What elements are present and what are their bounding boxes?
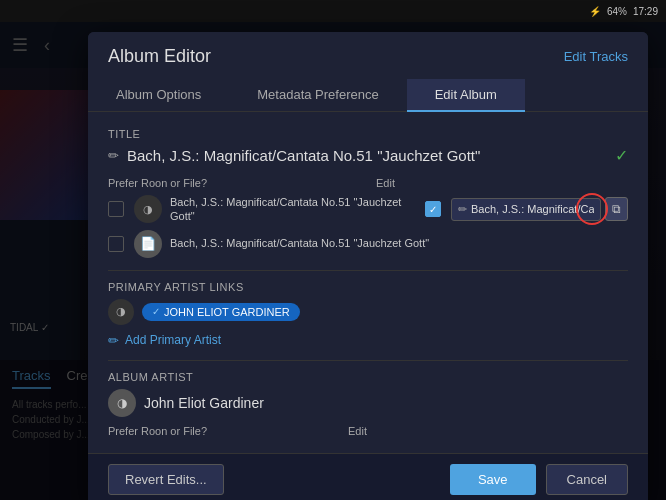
edit-tracks-link[interactable]: Edit Tracks bbox=[564, 49, 628, 64]
album-artist-row: ◑ John Eliot Gardiner bbox=[108, 389, 628, 417]
album-artist-edit-label: Edit bbox=[348, 425, 367, 437]
section-divider-2 bbox=[108, 360, 628, 361]
edit-pencil-icon: ✏ bbox=[458, 203, 467, 216]
tab-edit-album[interactable]: Edit Album bbox=[407, 79, 525, 112]
artist-chip-row: ◑ ✓ JOHN ELIOT GARDINER bbox=[108, 299, 628, 325]
prefer-edit-header: Prefer Roon or File? Edit bbox=[108, 177, 628, 189]
edit-input-wrapper: ✏ Bach, J.S.: Magnificat/Canti bbox=[451, 198, 601, 221]
add-primary-artist-label: Add Primary Artist bbox=[125, 333, 221, 347]
album-artist-name: John Eliot Gardiner bbox=[144, 395, 264, 411]
save-button[interactable]: Save bbox=[450, 464, 536, 495]
roon-checkbox[interactable] bbox=[108, 201, 124, 217]
revert-edits-button[interactable]: Revert Edits... bbox=[108, 464, 224, 495]
album-artist-icon: ◑ bbox=[108, 389, 136, 417]
modal-body: Title ✏ Bach, J.S.: Magnificat/Cantata N… bbox=[88, 112, 648, 453]
edit-checkbox-roon[interactable]: ✓ bbox=[425, 201, 441, 217]
file-icon: 📄 bbox=[134, 230, 162, 258]
bluetooth-icon: ⚡ bbox=[589, 6, 601, 17]
copy-button[interactable]: ⧉ bbox=[605, 197, 628, 221]
prefer-label: Prefer Roon or File? bbox=[108, 177, 368, 189]
primary-artist-label: Primary Artist Links bbox=[108, 281, 628, 293]
battery-text: 64% bbox=[607, 6, 627, 17]
footer-right: Save Cancel bbox=[450, 464, 628, 495]
roon-file-name: Bach, J.S.: Magnificat/Cantata No.51 "Ja… bbox=[170, 195, 417, 224]
time-display: 17:29 bbox=[633, 6, 658, 17]
chip-check-icon: ✓ bbox=[152, 306, 160, 317]
add-primary-artist-row[interactable]: ✏ Add Primary Artist bbox=[108, 333, 628, 348]
file-checkbox[interactable] bbox=[108, 236, 124, 252]
modal-footer: Revert Edits... Save Cancel bbox=[88, 453, 648, 500]
title-row: ✏ Bach, J.S.: Magnificat/Cantata No.51 "… bbox=[108, 146, 628, 165]
file-info: Bach, J.S.: Magnificat/Cantata No.51 "Ja… bbox=[170, 236, 628, 250]
status-bar: ⚡ 64% 17:29 bbox=[0, 0, 666, 22]
row1-edit-area: ✓ ✏ Bach, J.S.: Magnificat/Canti ⧉ bbox=[425, 197, 628, 221]
edit-input-text: Bach, J.S.: Magnificat/Canti bbox=[471, 203, 594, 215]
album-artist-section: Album Artist ◑ John Eliot Gardiner Prefe… bbox=[108, 371, 628, 437]
artist-icon: ◑ bbox=[108, 299, 134, 325]
file-row-file: 📄 Bach, J.S.: Magnificat/Cantata No.51 "… bbox=[108, 230, 628, 258]
title-section-label: Title bbox=[108, 128, 628, 140]
tab-metadata-preference[interactable]: Metadata Preference bbox=[229, 79, 406, 112]
album-editor-modal: Album Editor Edit Tracks Album Options M… bbox=[88, 32, 648, 500]
modal-tabs: Album Options Metadata Preference Edit A… bbox=[88, 79, 648, 112]
roon-file-info: Bach, J.S.: Magnificat/Cantata No.51 "Ja… bbox=[170, 195, 417, 224]
modal-title: Album Editor bbox=[108, 46, 211, 67]
album-artist-prefer-label: Prefer Roon or File? bbox=[108, 425, 348, 437]
title-check-icon: ✓ bbox=[615, 146, 628, 165]
cancel-button[interactable]: Cancel bbox=[546, 464, 628, 495]
tab-album-options[interactable]: Album Options bbox=[88, 79, 229, 112]
section-divider-1 bbox=[108, 270, 628, 271]
primary-artist-links-section: Primary Artist Links ◑ ✓ JOHN ELIOT GARD… bbox=[108, 281, 628, 348]
add-artist-icon: ✏ bbox=[108, 333, 119, 348]
album-title-text: Bach, J.S.: Magnificat/Cantata No.51 "Ja… bbox=[127, 147, 480, 164]
file-name: Bach, J.S.: Magnificat/Cantata No.51 "Ja… bbox=[170, 236, 628, 250]
album-artist-section-label: Album Artist bbox=[108, 371, 628, 383]
artist-chip[interactable]: ✓ JOHN ELIOT GARDINER bbox=[142, 303, 300, 321]
album-artist-prefer-edit: Prefer Roon or File? Edit bbox=[108, 425, 628, 437]
edit-column-label: Edit bbox=[376, 177, 395, 189]
artist-chip-label: JOHN ELIOT GARDINER bbox=[164, 306, 290, 318]
modal-header: Album Editor Edit Tracks bbox=[88, 32, 648, 67]
roon-icon: ◑ bbox=[134, 195, 162, 223]
file-row-roon: ◑ Bach, J.S.: Magnificat/Cantata No.51 "… bbox=[108, 195, 628, 224]
title-pencil-icon: ✏ bbox=[108, 148, 119, 163]
